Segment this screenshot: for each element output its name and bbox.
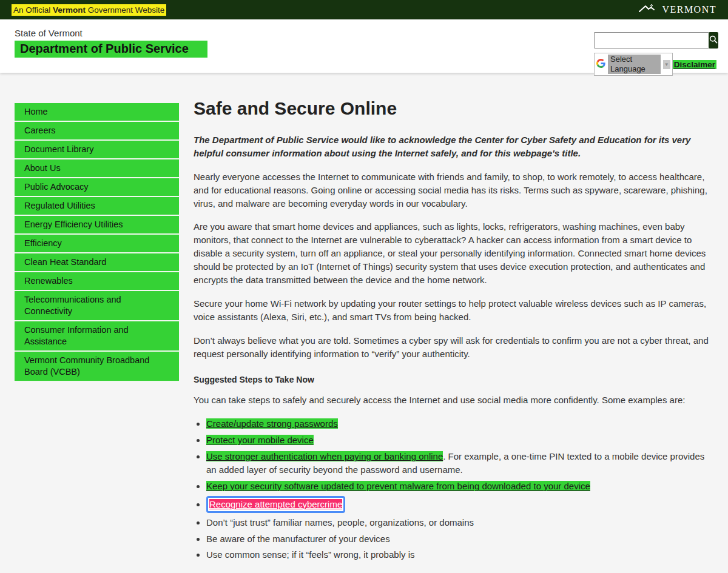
sidebar-item-label[interactable]: Consumer Information and Assistance [15, 321, 179, 350]
search-button[interactable] [709, 32, 718, 49]
link-create-strong-passwords[interactable]: Create/update strong passwords [206, 418, 338, 429]
sidebar-item-document-library[interactable]: Document Library [15, 141, 179, 159]
body-paragraph: Don’t always believe what you are told. … [194, 334, 716, 361]
search-input[interactable] [594, 32, 709, 49]
sidebar-item-public-advocacy[interactable]: Public Advocacy [15, 178, 179, 197]
google-translate-widget[interactable]: Select Language ▼ [594, 53, 673, 76]
sidebar-item-label[interactable]: Energy Efficiency Utilities [15, 216, 179, 233]
sidebar-item-label[interactable]: Vermont Community Broadband Board (VCBB) [15, 352, 179, 381]
site-header: State of Vermont Department of Public Se… [0, 19, 728, 73]
list-item-text: Use common sense; if it “feels” wrong, i… [206, 549, 414, 560]
link-protect-mobile-device[interactable]: Protect your mobile device [206, 435, 314, 445]
focus-highlight-box: Recognize attempted cybercrime [206, 496, 345, 513]
list-item: Don’t “just trust” familiar names, peopl… [206, 516, 716, 529]
acknowledgement-paragraph: The Department of Public Service would l… [194, 133, 716, 160]
sidebar-item-telecommunications[interactable]: Telecommunications and Connectivity [15, 291, 179, 321]
sidebar-item-careers[interactable]: Careers [15, 122, 179, 141]
sidebar-item-label[interactable]: Efficiency [15, 235, 179, 252]
official-text-prefix: An Official [13, 5, 53, 15]
google-logo-icon [596, 59, 605, 70]
list-item-text: Be aware of the manufacturer of your dev… [206, 534, 390, 544]
sidebar-item-efficiency[interactable]: Efficiency [15, 235, 179, 253]
language-row: Select Language ▼ Disclaimer [594, 53, 716, 76]
steps-list: Create/update strong passwords Protect y… [194, 417, 716, 561]
header-tools: Select Language ▼ Disclaimer [594, 32, 716, 76]
list-item: Be aware of the manufacturer of your dev… [206, 532, 716, 546]
department-title[interactable]: Department of Public Service [15, 41, 207, 58]
list-item: Protect your mobile device [206, 434, 716, 447]
vermont-logo-text: VERMONT [662, 4, 716, 15]
list-item: Use stronger authentication when paying … [206, 450, 716, 477]
sidebar-item-label[interactable]: Document Library [15, 141, 179, 158]
list-item-text: Don’t “just trust” familiar names, peopl… [206, 517, 474, 528]
sidebar-item-label[interactable]: Regulated Utilities [15, 197, 179, 215]
list-item: Keep your security software updated to p… [206, 480, 716, 493]
sidebar-item-vcbb[interactable]: Vermont Community Broadband Board (VCBB) [15, 352, 179, 382]
page-title: Safe and Secure Online [194, 98, 716, 119]
disclaimer-link[interactable]: Disclaimer [673, 60, 716, 69]
official-banner-text: An Official Vermont Government Website [12, 4, 166, 16]
steps-heading: Suggested Steps to Take Now [194, 375, 716, 384]
body-paragraph: Secure your home Wi-Fi network by updati… [194, 297, 716, 324]
main-content: Safe and Secure Online The Department of… [194, 98, 716, 573]
sidebar-item-regulated-utilities[interactable]: Regulated Utilities [15, 197, 179, 216]
sidebar-item-home[interactable]: Home [15, 103, 179, 122]
sidebar-nav: Home Careers Document Library About Us P… [15, 103, 179, 382]
list-item: Recognize attempted cybercrime [206, 496, 716, 513]
page-body: Home Careers Document Library About Us P… [0, 73, 728, 573]
official-text-suffix: Government Website [86, 5, 164, 15]
official-banner: An Official Vermont Government Website V… [0, 0, 728, 19]
sidebar-item-label[interactable]: Careers [15, 122, 179, 139]
sidebar-item-label[interactable]: About Us [15, 159, 179, 177]
body-paragraph: Are you aware that smart home devices an… [194, 220, 716, 286]
sidebar-item-consumer-information[interactable]: Consumer Information and Assistance [15, 321, 179, 352]
list-item: Create/update strong passwords [206, 417, 716, 431]
chevron-down-icon[interactable]: ▼ [663, 60, 670, 69]
search-bar [594, 32, 716, 49]
link-recognize-cybercrime[interactable]: Recognize attempted cybercrime [209, 499, 342, 509]
state-name: State of Vermont [15, 28, 207, 38]
vermont-logo[interactable]: VERMONT [639, 4, 716, 16]
sidebar-item-label[interactable]: Renewables [15, 272, 179, 290]
sidebar-item-label[interactable]: Home [15, 103, 179, 121]
sidebar-item-label[interactable]: Clean Heat Standard [15, 253, 179, 271]
sidebar-item-about-us[interactable]: About Us [15, 159, 179, 178]
agency-block: State of Vermont Department of Public Se… [15, 28, 207, 58]
sidebar-item-label[interactable]: Telecommunications and Connectivity [15, 291, 179, 320]
mountain-icon [639, 4, 659, 16]
select-language-label[interactable]: Select Language [608, 55, 661, 74]
official-text-bold: Vermont [53, 5, 86, 15]
list-item: Use common sense; if it “feels” wrong, i… [206, 548, 716, 561]
link-security-software-updated[interactable]: Keep your security software updated to p… [206, 481, 590, 491]
sidebar-item-label[interactable]: Public Advocacy [15, 178, 179, 196]
sidebar-item-clean-heat-standard[interactable]: Clean Heat Standard [15, 253, 179, 272]
sidebar-item-renewables[interactable]: Renewables [15, 272, 179, 291]
search-icon [709, 35, 718, 46]
steps-lead: You can take steps to safely and securel… [194, 394, 716, 407]
link-stronger-authentication[interactable]: Use stronger authentication when paying … [206, 451, 443, 461]
sidebar-item-energy-efficiency-utilities[interactable]: Energy Efficiency Utilities [15, 216, 179, 235]
body-paragraph: Nearly everyone accesses the Internet to… [194, 170, 716, 210]
